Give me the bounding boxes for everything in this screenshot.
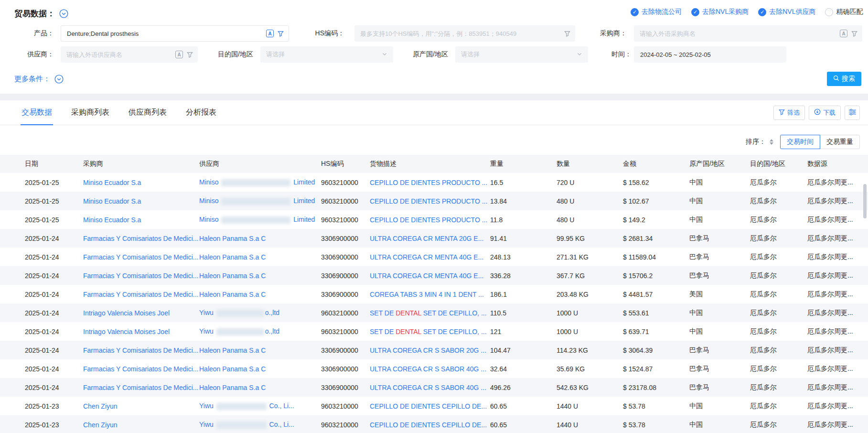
tab-3[interactable]: 分析报表 [185,100,217,125]
buyer-link[interactable]: Farmacias Y Comisariatos De Medici... [83,272,198,280]
date-range-value: 2024-02-05 ~ 2025-02-05 [634,51,711,58]
filter-toggle-1[interactable]: ✓去除NVL采购商 [691,8,749,16]
description-link[interactable]: COREGA TABS 3 MIN 4 IN 1 DENT ... [370,291,484,298]
buyer-link[interactable]: Intriago Valencia Moises Joel [83,328,170,336]
description-link[interactable]: ULTRA COREGA CR MENTA 40G E... [370,272,483,280]
checked-circle-icon[interactable]: ✓ [758,8,766,16]
tab-1[interactable]: 采购商列表 [70,100,110,125]
cell-amount: $ 158.62 [623,173,689,192]
filter-button[interactable]: 筛选 [773,106,805,120]
buyer-input[interactable] [634,30,840,37]
supplier-link[interactable]: Haleon Panama S.a C [199,235,266,242]
sort-option-1[interactable]: 交易重量 [820,135,860,149]
supplier-link[interactable]: Yiwu Co., Li... [199,402,294,410]
description-link[interactable]: CEPILLO DE DIENTES PRODUCTO ... [370,216,487,224]
search-button[interactable]: 搜索 [827,72,861,86]
description-link[interactable]: ULTRA COREGA CR MENTA 40G E... [370,253,483,261]
filter-funnel-icon[interactable] [851,31,857,37]
description-link[interactable]: CEPILLO DE DIENTES CEPILLO DE... [370,402,487,410]
description-link[interactable]: CEPILLO DE DIENTES CEPILLO DE... [370,421,487,429]
filter-funnel-icon[interactable] [564,31,570,37]
supplier-link[interactable]: Haleon Panama S.a C [199,365,266,373]
buyer-link[interactable]: Farmacias Y Comisariatos De Medici... [83,384,198,391]
cell-hs-code: 3306900000 [321,285,370,303]
vertical-scrollbar[interactable] [863,184,867,218]
filter-funnel-icon[interactable] [278,31,284,37]
buyer-link[interactable]: Miniso Ecuador S.a [83,216,141,224]
description-link[interactable]: ULTRA COREGA CR S SABOR 40G ... [370,384,486,391]
checked-circle-icon[interactable]: ✓ [631,8,639,16]
buyer-link[interactable]: Miniso Ecuador S.a [83,179,141,186]
supplier-link[interactable]: Haleon Panama S.a C [199,291,266,298]
cell-quantity: 1000 U [557,322,623,341]
supplier-link[interactable]: Miniso Limited [199,178,315,186]
buyer-link[interactable]: Farmacias Y Comisariatos De Medici... [83,365,198,373]
buyer-link[interactable]: Farmacias Y Comisariatos De Medici... [83,346,198,354]
filter-toggle-2[interactable]: ✓去除NVL供应商 [758,8,815,16]
translate-icon[interactable]: A [840,30,847,37]
data-panel: 交易数据采购商列表供应商列表分析报表 筛选 下载 排序： [0,100,868,433]
sort-direction-icon[interactable] [770,139,773,145]
description-link[interactable]: SET DE DENTAL SET DE CEPILLO, ... [370,328,487,336]
more-filters-link[interactable]: 更多条件： [14,75,50,84]
destination-select[interactable]: 请选择 [260,46,393,63]
translate-icon[interactable]: A [266,30,274,37]
filter-funnel-icon[interactable] [187,52,193,58]
supplier-link[interactable]: Haleon Panama S.a C [199,384,266,391]
cell-data-source: 厄瓜多尔周更... [807,341,868,359]
supplier-link[interactable]: Haleon Panama S.a C [199,272,266,280]
translate-icon[interactable]: A [175,51,183,58]
cell-quantity: 114.23 KG [557,341,623,359]
filter-toggle-3[interactable]: 精确匹配 [825,8,863,16]
buyer-link[interactable]: Chen Ziyun [83,421,118,429]
tab-0[interactable]: 交易数据 [21,100,53,125]
date-range-field[interactable]: 2024-02-05 ~ 2025-02-05 [634,46,786,63]
description-link[interactable]: SET DE DENTAL SET DE CEPILLO, ... [370,309,487,317]
sort-desc-icon [770,142,773,145]
column-settings-button[interactable] [845,106,860,120]
tab-2[interactable]: 供应商列表 [128,100,168,125]
buyer-link[interactable]: Farmacias Y Comisariatos De Medici... [83,291,198,298]
cell-buyer: Intriago Valencia Moises Joel [83,303,199,322]
filter-toggle-0[interactable]: ✓去除物流公司 [631,8,682,16]
buyer-link[interactable]: Miniso Ecuador S.a [83,197,141,205]
supplier-link[interactable]: Yiwu o.,ltd [199,309,279,316]
unchecked-circle-icon[interactable] [825,8,833,16]
buyer-link[interactable]: Farmacias Y Comisariatos De Medici... [83,253,198,261]
cell-hs-code: 9603210000 [321,192,370,210]
cell-date: 2025-01-24 [0,378,83,397]
description-link[interactable]: CEPILLO DE DIENTES PRODUCTO ... [370,179,487,186]
cell-weight: 248.13 [490,248,557,266]
product-input[interactable] [61,30,266,37]
buyer-link[interactable]: Chen Ziyun [83,402,118,410]
supplier-link[interactable]: Miniso Limited [199,197,315,205]
more-filters-chevron-icon[interactable] [54,75,64,84]
buyer-link[interactable]: Farmacias Y Comisariatos De Medici... [83,235,198,242]
supplier-link[interactable]: Yiwu Co., Li... [199,421,294,428]
description-link[interactable]: ULTRA COREGA CR S SABOR 20G ... [370,346,486,354]
description-link[interactable]: ULTRA COREGA CR MENTA 20G E... [370,235,483,242]
supplier-link[interactable]: Haleon Panama S.a C [199,346,266,354]
supplier-link[interactable]: Miniso Limited [199,216,315,223]
product-field: A [61,25,289,42]
supplier-link[interactable]: Haleon Panama S.a C [199,253,266,261]
cell-data-source: 厄瓜多尔周更... [807,266,868,285]
cell-date: 2025-01-24 [0,359,83,378]
origin-select[interactable]: 请选择 [455,46,588,63]
collapse-panel-chevron-icon[interactable] [59,9,68,18]
sort-option-0[interactable]: 交易时间 [780,135,820,149]
description-link[interactable]: CEPILLO DE DIENTES PRODUCTO ... [370,197,487,205]
cell-weight: 60.65 [490,415,557,433]
redacted-text [216,422,267,429]
destination-placeholder: 请选择 [266,50,285,59]
supplier-input[interactable] [61,51,175,58]
hs-code-input[interactable] [354,30,564,37]
checked-circle-icon[interactable]: ✓ [691,8,699,16]
column-header: 采购商 [83,155,199,173]
buyer-link[interactable]: Intriago Valencia Moises Joel [83,309,170,317]
download-button[interactable]: 下载 [809,106,841,120]
description-link[interactable]: ULTRA COREGA CR S SABOR 40G ... [370,365,486,373]
cell-buyer: Farmacias Y Comisariatos De Medici... [83,359,199,378]
cell-date: 2025-01-25 [0,173,83,192]
supplier-link[interactable]: Yiwu o.,ltd [199,327,279,335]
